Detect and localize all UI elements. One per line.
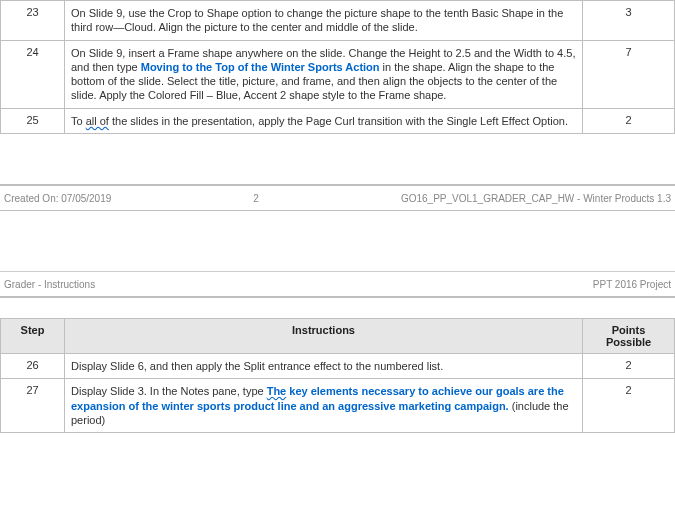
step-cell: 23 xyxy=(1,1,65,41)
points-cell: 3 xyxy=(583,1,675,41)
footer-left: Created On: 07/05/2019 xyxy=(4,193,111,204)
instructions-cell: Display Slide 3. In the Notes pane, type… xyxy=(65,379,583,433)
instructions-cell: On Slide 9, use the Crop to Shape option… xyxy=(65,1,583,41)
col-header-instructions: Instructions xyxy=(65,319,583,354)
page-gap xyxy=(0,211,675,271)
points-cell: 2 xyxy=(583,354,675,379)
instr-text-pre: To xyxy=(71,115,86,127)
step-cell: 27 xyxy=(1,379,65,433)
points-cell: 2 xyxy=(583,108,675,133)
table-row: 27 Display Slide 3. In the Notes pane, t… xyxy=(1,379,675,433)
instructions-cell: To all of the slides in the presentation… xyxy=(65,108,583,133)
instr-text-post: the slides in the presentation, apply th… xyxy=(109,115,568,127)
instr-text-pre: Display Slide 3. In the Notes pane, type xyxy=(71,385,267,397)
typed-text: The xyxy=(267,385,287,397)
points-cell: 2 xyxy=(583,379,675,433)
step-cell: 26 xyxy=(1,354,65,379)
points-cell: 7 xyxy=(583,40,675,108)
col-header-step: Step xyxy=(1,319,65,354)
table-row: 26 Display Slide 6, and then apply the S… xyxy=(1,354,675,379)
col-header-points: Points Possible xyxy=(583,319,675,354)
instructions-table-page1: 23 On Slide 9, use the Crop to Shape opt… xyxy=(0,0,675,134)
table-row: 23 On Slide 9, use the Crop to Shape opt… xyxy=(1,1,675,41)
table-header-row: Step Instructions Points Possible xyxy=(1,319,675,354)
table-row: 25 To all of the slides in the presentat… xyxy=(1,108,675,133)
typed-text: Moving to the Top of the Winter Sports A… xyxy=(141,61,380,73)
grammar-underline: all of xyxy=(86,115,109,127)
step-cell: 24 xyxy=(1,40,65,108)
table-row: 24 On Slide 9, insert a Frame shape anyw… xyxy=(1,40,675,108)
header-left: Grader - Instructions xyxy=(4,279,95,290)
footer-center: 2 xyxy=(111,193,401,204)
instructions-cell: On Slide 9, insert a Frame shape anywher… xyxy=(65,40,583,108)
step-cell: 25 xyxy=(1,108,65,133)
instructions-table-page2: Step Instructions Points Possible 26 Dis… xyxy=(0,318,675,433)
page-footer: Created On: 07/05/2019 2 GO16_PP_VOL1_GR… xyxy=(0,184,675,211)
header-right: PPT 2016 Project xyxy=(593,279,671,290)
instructions-cell: Display Slide 6, and then apply the Spli… xyxy=(65,354,583,379)
page-header: Grader - Instructions PPT 2016 Project xyxy=(0,272,675,298)
footer-right: GO16_PP_VOL1_GRADER_CAP_HW - Winter Prod… xyxy=(401,193,671,204)
